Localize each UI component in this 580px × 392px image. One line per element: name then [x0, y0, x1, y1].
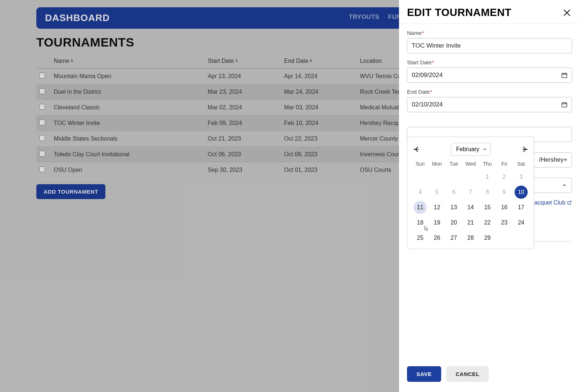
cal-day-13[interactable]: 13 — [447, 201, 460, 214]
cal-dow: Mon — [428, 159, 445, 168]
cal-day-16[interactable]: 16 — [498, 201, 511, 214]
cal-dow: Thu — [479, 159, 496, 168]
cal-day-4[interactable]: 4 — [414, 186, 427, 199]
cal-day-9[interactable]: 9 — [498, 186, 511, 199]
cal-day-17[interactable]: 17 — [515, 201, 528, 214]
cal-day-29[interactable]: 29 — [481, 231, 494, 245]
cal-day-23[interactable]: 23 — [498, 216, 511, 229]
cal-dow: Sat — [513, 159, 529, 168]
external-link-icon — [567, 200, 572, 205]
cal-day-12[interactable]: 12 — [430, 201, 443, 214]
close-button[interactable] — [562, 8, 572, 18]
cal-day-2[interactable]: 2 — [498, 170, 511, 183]
name-input[interactable] — [407, 38, 572, 53]
calendar-icon[interactable] — [561, 101, 568, 108]
start-date-input[interactable] — [407, 68, 572, 83]
cal-dow: Tue — [446, 159, 462, 168]
end-date-input[interactable] — [407, 97, 572, 112]
cal-dow: Fri — [496, 159, 512, 168]
cal-day-8[interactable]: 8 — [481, 186, 494, 199]
start-date-label: Start Date* — [407, 59, 572, 65]
next-month-button[interactable] — [520, 145, 529, 154]
cal-day-26[interactable]: 26 — [430, 231, 443, 245]
arrow-left-icon — [412, 145, 421, 154]
cal-day-22[interactable]: 22 — [481, 216, 494, 229]
cal-dow: Sun — [412, 159, 428, 168]
cal-day-19[interactable]: 19 — [430, 216, 443, 229]
calendar-icon[interactable] — [561, 72, 568, 78]
cal-day-21[interactable]: 21 — [464, 216, 477, 229]
arrow-right-icon — [520, 145, 529, 154]
cal-day-1[interactable]: 1 — [481, 170, 494, 183]
cal-day-20[interactable]: 20 — [447, 216, 460, 229]
cal-dow: Wed — [462, 159, 479, 168]
cal-day-18[interactable]: 18 — [414, 216, 427, 229]
save-button[interactable]: SAVE — [407, 366, 441, 382]
date-picker: February SunMonTueWedThuFriSat1234567891… — [407, 137, 534, 249]
end-date-label: End Date* — [407, 89, 572, 95]
svg-rect-1 — [562, 103, 567, 107]
cal-day-6[interactable]: 6 — [447, 186, 460, 199]
cal-day-28[interactable]: 28 — [464, 231, 477, 245]
location-input-text: /Hershey+ — [539, 156, 567, 163]
cal-day-3[interactable]: 3 — [515, 170, 528, 183]
cal-day-27[interactable]: 27 — [447, 231, 460, 245]
month-select[interactable]: February — [451, 143, 491, 156]
cal-day-14[interactable]: 14 — [464, 201, 477, 214]
cal-day-5[interactable]: 5 — [430, 186, 443, 199]
cal-day-25[interactable]: 25 — [414, 231, 427, 245]
close-icon — [562, 8, 572, 18]
name-label: Name* — [407, 30, 572, 36]
panel-title: EDIT TOURNAMENT — [407, 7, 511, 19]
cal-day-15[interactable]: 15 — [481, 201, 494, 214]
cal-day-24[interactable]: 24 — [515, 216, 528, 229]
chevron-up-icon — [561, 182, 567, 188]
cancel-button[interactable]: CANCEL — [446, 366, 489, 382]
svg-rect-0 — [562, 73, 567, 78]
edit-panel: EDIT TOURNAMENT Name* Start Date* End Da… — [399, 0, 580, 392]
cal-day-7[interactable]: 7 — [464, 186, 477, 199]
chevron-up-icon — [482, 147, 487, 152]
prev-month-button[interactable] — [412, 145, 421, 154]
cal-day-11[interactable]: 11 — [414, 201, 427, 214]
month-label: February — [456, 146, 479, 152]
cal-day-10[interactable]: 10 — [515, 186, 528, 199]
